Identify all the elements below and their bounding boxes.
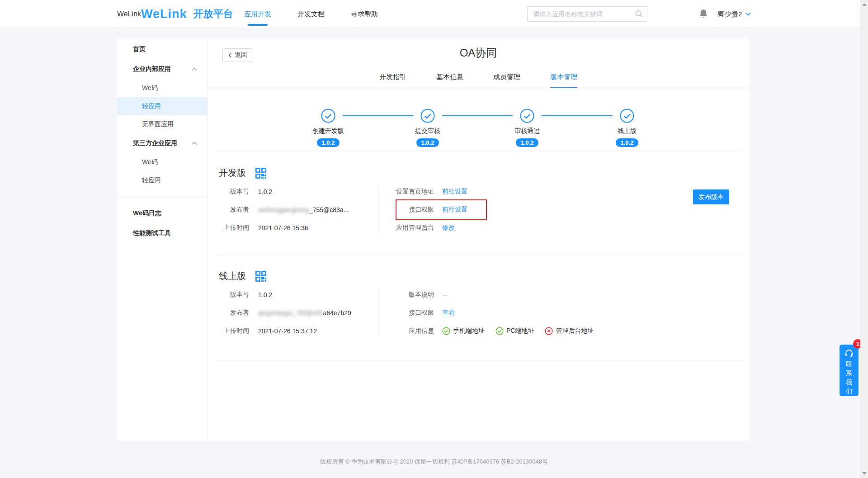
dev-version-number: 1.0.2 — [258, 188, 272, 195]
app-info-text: PC端地址 — [506, 327, 534, 335]
tab-member-management[interactable]: 成员管理 — [493, 73, 520, 88]
version-badge: 1.0.2 — [516, 138, 539, 147]
content-card: 首页 企业内部应用 We码 轻应用 无界面应用 第三方企业应用 We码 轻应用 … — [117, 38, 749, 441]
info-label: 版本说明 — [379, 291, 434, 299]
contact-us-button[interactable]: 1 联系我们 — [840, 345, 859, 396]
scroll-up-arrow-icon[interactable] — [862, 3, 867, 6]
app-search — [527, 6, 647, 22]
qr-code-icon[interactable] — [255, 167, 267, 179]
sidebar-item-performance-tools[interactable]: 性能测试工具 — [117, 223, 207, 243]
app-info-text: 管理后台地址 — [556, 327, 594, 335]
sidebar-divider — [117, 197, 207, 197]
app-info-admin: 管理后台地址 — [545, 327, 594, 335]
field-label: 版本号 — [219, 291, 249, 299]
tabs-bar: 开发指引 基本信息 成员管理 版本管理 — [208, 73, 749, 88]
chevron-down-icon — [745, 12, 751, 16]
search-icon[interactable] — [635, 10, 643, 19]
sidebar-item-home[interactable]: 首页 — [117, 39, 207, 59]
copyright-footer: 版权所有 © 华为技术有限公司 2020 保留一切权利 苏ICP备1704037… — [0, 458, 868, 466]
version-badge: 1.0.2 — [317, 138, 340, 147]
homepage-setting-link[interactable]: 前往设置 — [442, 188, 467, 196]
api-permission-view-link[interactable]: 查看 — [442, 309, 455, 317]
success-check-icon — [495, 327, 504, 335]
sidebar-item-third-light-app[interactable]: 轻应用 — [117, 171, 207, 189]
logo-text: WeLink — [117, 10, 141, 18]
dev-version-title: 开发版 — [219, 167, 246, 179]
field-label: 发布者 — [219, 206, 249, 214]
step-label: 线上版 — [618, 127, 637, 135]
scrollbar-track[interactable] — [860, 0, 868, 478]
sidebar-item-wecode[interactable]: We码 — [117, 79, 207, 97]
chevron-up-icon — [192, 67, 197, 71]
sidebar-item-internal-apps[interactable]: 企业内部应用 — [117, 59, 207, 79]
api-permission-setting-link[interactable]: 前往设置 — [442, 206, 467, 214]
welink-logo[interactable]: WeLinkWeLink WeLink 开放平台 — [117, 0, 233, 28]
version-badge: 1.0.2 — [416, 138, 439, 147]
publisher-masked: weihongjianghong — [258, 206, 309, 213]
field-label: 上传时间 — [219, 224, 249, 232]
logo-brand: WeLink — [141, 7, 187, 21]
setting-label: 设置首页地址 — [379, 188, 434, 196]
nav-app-dev[interactable]: 应用开发 — [244, 0, 271, 28]
user-name: 卿少贵2 — [718, 10, 742, 19]
dev-publisher-visible: _755@c83a... — [309, 206, 349, 213]
app-info-text: 手机端地址 — [453, 327, 485, 335]
online-version-title: 线上版 — [219, 270, 246, 282]
online-publisher-visible: a64e7b29 — [323, 309, 351, 317]
field-label: 发布者 — [219, 309, 249, 317]
setting-label: 应用管理后台 — [379, 224, 434, 232]
sidebar-item-label: 第三方企业应用 — [133, 139, 177, 147]
top-nav: 应用开发 开发文档 寻求帮助 — [244, 0, 378, 28]
nav-seek-help[interactable]: 寻求帮助 — [351, 0, 378, 28]
field-label: 版本号 — [219, 188, 249, 196]
step-label: 审核通过 — [514, 127, 540, 135]
dev-version-section: 开发版 版本号 1.0.2 发布者 weihongjianghong_755@c… — [208, 151, 749, 237]
admin-backend-modify-link[interactable]: 修改 — [442, 224, 455, 232]
sidebar-item-label: 企业内部应用 — [133, 65, 171, 73]
sidebar-item-headless-app[interactable]: 无界面应用 — [117, 115, 207, 133]
headset-icon — [844, 349, 854, 358]
info-label: 应用信息 — [379, 327, 434, 335]
tab-version-management[interactable]: 版本管理 — [550, 73, 577, 88]
online-version-section: 线上版 版本号 1.0.2 发布者 qingshaogui_755@c83a64… — [208, 254, 749, 340]
sidebar-item-third-party-apps[interactable]: 第三方企业应用 — [117, 133, 207, 153]
qr-code-icon[interactable] — [255, 270, 267, 282]
app-info-mobile: 手机端地址 — [442, 327, 485, 335]
dev-upload-time: 2021-07-26 15:36 — [258, 224, 308, 232]
search-input[interactable] — [527, 6, 647, 22]
step-online-version: 线上版 1.0.2 — [595, 109, 659, 147]
check-circle-icon — [520, 109, 534, 123]
check-circle-icon — [420, 109, 435, 123]
user-menu[interactable]: 卿少贵2 — [718, 0, 751, 28]
scroll-down-arrow-icon[interactable] — [862, 472, 867, 475]
sidebar-item-light-app[interactable]: 轻应用 — [117, 97, 207, 115]
online-version-number: 1.0.2 — [258, 291, 272, 298]
page-title: OA协同 — [208, 46, 749, 60]
publish-version-button[interactable]: 发布版本 — [693, 189, 729, 204]
online-upload-time: 2021-07-26 15:37:12 — [258, 327, 317, 335]
error-cross-icon — [545, 327, 553, 335]
publisher-masked: qingshaogui_755@c83 — [258, 309, 323, 317]
check-circle-icon — [620, 109, 634, 123]
tab-dev-guide[interactable]: 开发指引 — [379, 73, 406, 88]
logo-platform-text: 开放平台 — [193, 7, 233, 21]
sidebar: 首页 企业内部应用 We码 轻应用 无界面应用 第三方企业应用 We码 轻应用 … — [117, 38, 208, 441]
contact-label: 联系我们 — [845, 360, 853, 396]
step-create-dev-version: 创建开发版 1.0.2 — [297, 109, 360, 147]
version-badge: 1.0.2 — [616, 138, 639, 147]
top-header: WeLinkWeLink WeLink 开放平台 应用开发 开发文档 寻求帮助 … — [0, 0, 868, 28]
setting-label: 接口权限 — [379, 206, 434, 214]
app-info-pc: PC端地址 — [495, 327, 534, 335]
section-divider — [217, 360, 742, 360]
tab-basic-info[interactable]: 基本信息 — [436, 73, 463, 88]
sidebar-item-wecode-logs[interactable]: We码日志 — [117, 204, 207, 223]
main-panel: 返回 OA协同 开发指引 基本信息 成员管理 版本管理 创建开发版 1.0.2 — [208, 38, 749, 441]
sidebar-item-third-wecode[interactable]: We码 — [117, 153, 207, 171]
nav-dev-docs[interactable]: 开发文档 — [297, 0, 325, 28]
step-submit-review: 提交审核 1.0.2 — [396, 109, 459, 147]
step-label: 创建开发版 — [312, 127, 344, 135]
info-label: 接口权限 — [379, 309, 434, 317]
version-progress-steps: 创建开发版 1.0.2 提交审核 1.0.2 审核通过 1.0.2 线上版 1.… — [208, 109, 749, 151]
notification-bell-icon[interactable] — [698, 9, 708, 21]
step-label: 提交审核 — [415, 127, 440, 135]
